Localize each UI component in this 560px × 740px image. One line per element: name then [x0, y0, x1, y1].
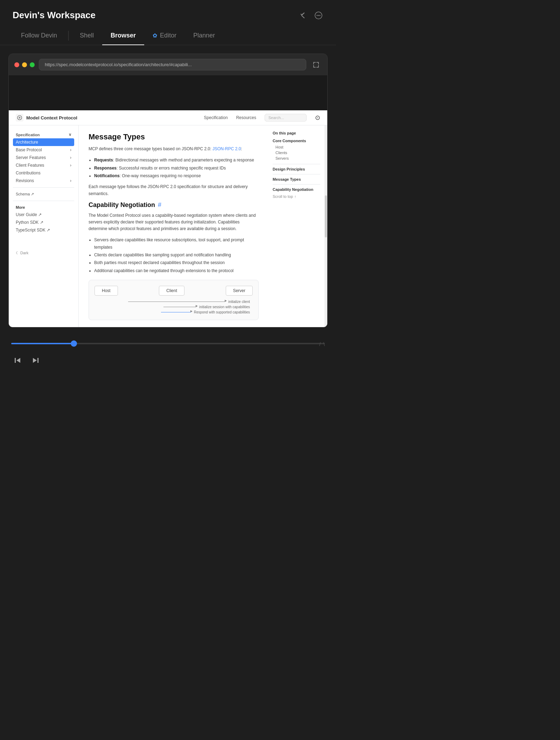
sidebar-item-revisions[interactable]: Revisions ›: [13, 177, 74, 185]
cap-list-item-1: Servers declare capabilities like resour…: [94, 236, 259, 251]
arrow-row-1: initialize client: [97, 300, 250, 304]
svg-rect-11: [318, 65, 319, 68]
maximize-button[interactable]: [30, 62, 35, 67]
capability-negotiation-heading: Capability Negotiation #: [89, 201, 259, 209]
json-rpc-link[interactable]: JSON-RPC 2.0: [212, 146, 241, 151]
sidebar-schema-link[interactable]: Schema ↗: [13, 191, 74, 198]
cap-list-item-4: Additional capabilities can be negotiate…: [94, 267, 259, 274]
toc-item-clients[interactable]: Clients: [273, 150, 320, 155]
svg-rect-7: [318, 62, 319, 64]
sidebar-item-base-protocol[interactable]: Base Protocol ›: [13, 146, 74, 154]
list-item-notifications: Notifications: One-way messages requirin…: [94, 172, 259, 179]
sidebar-theme-toggle[interactable]: ☾ Dark: [13, 248, 74, 258]
vscode-icon[interactable]: [298, 11, 308, 20]
toc-divider-1: [273, 164, 320, 164]
toc-item-host[interactable]: Host: [273, 144, 320, 150]
progress-track[interactable]: [11, 343, 325, 344]
nav-tabs: Follow Devin Shell Browser ✿ Editor Plan…: [0, 26, 336, 45]
mcp-sidebar: Specification ∨ Architecture Base Protoc…: [9, 125, 79, 327]
close-button[interactable]: [14, 62, 19, 67]
next-button[interactable]: [29, 354, 42, 367]
message-types-intro: MCP defines three core message types bas…: [89, 146, 259, 152]
heading-anchor[interactable]: #: [158, 201, 161, 209]
toc-section-message: Message Types: [273, 177, 320, 181]
arrow-row-3: Respond with supported capabilities: [97, 310, 250, 314]
browser-loading-area: [9, 75, 327, 110]
sidebar-spec-section: Specification ∨: [13, 131, 74, 138]
diagram-arrows: initialize client initialize session wit…: [94, 300, 253, 314]
cap-list-item-3: Both parties must respect declared capab…: [94, 259, 259, 266]
nav-divider: [68, 31, 69, 41]
svg-point-1: [317, 15, 318, 16]
svg-rect-13: [15, 358, 16, 363]
mcp-logo: Model Context Protocol: [16, 114, 77, 122]
previous-button[interactable]: [11, 354, 24, 367]
header-icons: [298, 11, 323, 20]
toc-item-servers[interactable]: Servers: [273, 155, 320, 161]
github-icon[interactable]: ⊙: [315, 114, 320, 122]
browser-chrome: https://spec.modelcontextprotocol.io/spe…: [9, 54, 327, 75]
tab-browser[interactable]: Browser: [102, 26, 144, 45]
mcp-logo-icon: [16, 114, 23, 122]
mcp-site-nav: Specification Resources Search... ⊙: [204, 114, 320, 122]
mcp-page-scrollbar[interactable]: [324, 125, 327, 327]
sidebar-item-client-features[interactable]: Client Features ›: [13, 161, 74, 169]
progress-bar-container: / \: [0, 336, 336, 350]
playback-controls: [0, 350, 336, 375]
sidebar-item-architecture[interactable]: Architecture: [13, 138, 74, 146]
tab-editor[interactable]: ✿ Editor: [144, 26, 185, 45]
diagram-client-box: Client: [159, 286, 184, 296]
list-item-requests: Requests: Bidirectional messages with me…: [94, 157, 259, 164]
sidebar-more-title: More: [13, 204, 74, 211]
mcp-main-content: Message Types MCP defines three core mes…: [79, 125, 268, 327]
app-title: Devin's Workspace: [13, 10, 96, 21]
mcp-search-input[interactable]: Search...: [265, 114, 307, 122]
webpage-content: Model Context Protocol Specification Res…: [9, 110, 327, 327]
diagram-server-box: Server: [226, 286, 253, 296]
tab-shell[interactable]: Shell: [71, 26, 102, 45]
sidebar-divider-2: [13, 201, 74, 201]
minimize-button[interactable]: [22, 62, 27, 67]
more-options-icon[interactable]: [314, 11, 323, 20]
svg-point-3: [320, 15, 321, 16]
mcp-search: Search...: [265, 114, 307, 122]
toc-scroll-top[interactable]: Scroll to top ↑: [273, 194, 320, 199]
sidebar-user-guide[interactable]: User Guide ↗: [13, 211, 74, 219]
mcp-nav-resources[interactable]: Resources: [236, 115, 256, 120]
sidebar-python-sdk[interactable]: Python SDK ↗: [13, 219, 74, 226]
toc-divider-3: [273, 184, 320, 185]
app-header: Devin's Workspace: [0, 0, 336, 26]
scrollbar-thumb[interactable]: [325, 195, 327, 237]
tab-follow-devin[interactable]: Follow Devin: [13, 26, 65, 45]
capability-diagram: Host Client Server initialize client: [89, 280, 259, 320]
sidebar-divider-1: [13, 187, 74, 188]
sidebar-item-server-features[interactable]: Server Features ›: [13, 154, 74, 161]
fullscreen-button[interactable]: [310, 59, 322, 70]
toc-title: On this page: [273, 131, 320, 135]
svg-rect-14: [37, 358, 38, 363]
svg-point-2: [318, 15, 319, 16]
browser-container: https://spec.modelcontextprotocol.io/spe…: [8, 54, 328, 327]
toc-section-design: Design Principles: [273, 167, 320, 171]
url-bar[interactable]: https://spec.modelcontextprotocol.io/spe…: [39, 59, 306, 70]
cap-list-item-2: Clients declare capabilities like sampli…: [94, 251, 259, 258]
toc-divider-2: [273, 174, 320, 174]
capability-intro: The Model Context Protocol uses a capabi…: [89, 212, 259, 233]
message-types-footer: Each message type follows the JSON-RPC 2…: [89, 184, 259, 197]
traffic-lights: [14, 62, 35, 67]
svg-rect-5: [313, 62, 314, 64]
mcp-site-header: Model Context Protocol Specification Res…: [9, 110, 327, 125]
progress-marker-1: /: [319, 341, 321, 347]
mcp-nav-specification[interactable]: Specification: [204, 115, 228, 120]
toc-section-core: Core Components: [273, 139, 320, 143]
progress-thumb[interactable]: [71, 340, 77, 347]
diagram-boxes: Host Client Server: [94, 286, 253, 296]
tab-planner[interactable]: Planner: [185, 26, 223, 45]
toc-section-capability: Capability Negotiation: [273, 187, 320, 192]
capability-list: Servers declare capabilities like resour…: [94, 236, 259, 274]
sidebar-typescript-sdk[interactable]: TypeScript SDK ↗: [13, 226, 74, 234]
sidebar-item-contributions[interactable]: Contributions: [13, 169, 74, 177]
message-types-heading: Message Types: [89, 132, 259, 141]
mcp-body: Specification ∨ Architecture Base Protoc…: [9, 125, 327, 327]
progress-fill: [11, 343, 74, 344]
